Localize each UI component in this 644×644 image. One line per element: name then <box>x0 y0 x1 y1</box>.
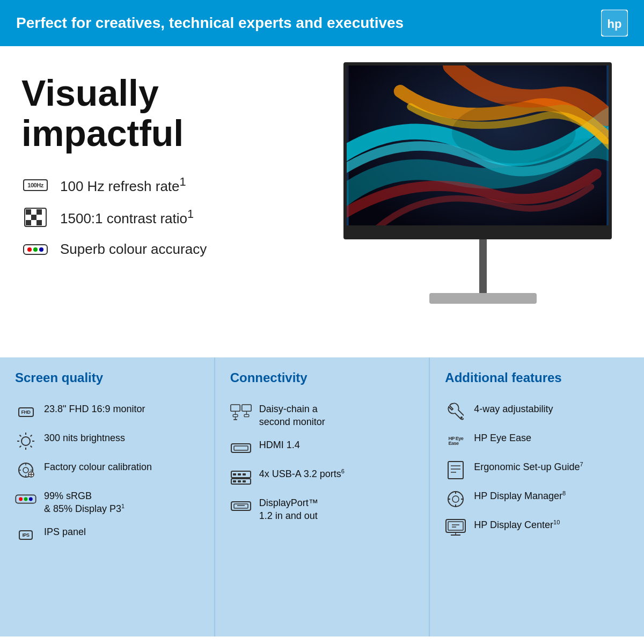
spec-fhd-text: 23.8" FHD 16:9 monitor <box>44 402 145 415</box>
spec-usb-text: 4x USB-A 3.2 ports6 <box>259 467 345 480</box>
brightness-icon <box>15 431 36 451</box>
svg-line-20 <box>31 446 32 448</box>
fhd-icon: FHD <box>15 402 36 422</box>
svg-line-21 <box>31 435 32 437</box>
svg-rect-8 <box>36 215 42 220</box>
display-mgr-icon <box>445 489 466 509</box>
svg-rect-11 <box>36 220 42 225</box>
svg-rect-36 <box>233 414 238 416</box>
spec-dp: DisplayPort™1.2 in and out <box>230 496 414 523</box>
svg-rect-49 <box>243 480 246 482</box>
spec-srgb-text: 99% sRGB& 85% Display P31 <box>44 489 125 516</box>
spec-dp-text: DisplayPort™1.2 in and out <box>259 496 318 523</box>
svg-rect-10 <box>31 220 36 225</box>
spec-srgb: 99% sRGB& 85% Display P31 <box>15 489 199 516</box>
monitor-screen <box>343 62 612 229</box>
monitor-image <box>343 62 623 304</box>
monitor-neck <box>479 239 487 293</box>
spec-brightness: 300 nits brightness <box>15 431 199 451</box>
spec-ips: IPS IPS panel <box>15 525 199 545</box>
header-tagline: Perfect for creatives, technical experts… <box>16 14 404 32</box>
svg-line-22 <box>20 446 21 448</box>
spec-guide: Ergonomic Set-up Guide7 <box>445 460 629 480</box>
header: Perfect for creatives, technical experts… <box>0 0 644 46</box>
svg-rect-47 <box>233 480 236 482</box>
bottom-grid: Screen quality FHD 23.8" FHD 16:9 monito… <box>0 357 644 636</box>
svg-rect-9 <box>26 220 31 225</box>
svg-rect-43 <box>233 473 236 475</box>
feature-contrast: 1500:1 contrast ratio1 <box>21 207 322 228</box>
spec-display-ctr: HP Display Center10 <box>445 518 629 538</box>
svg-rect-3 <box>26 209 31 215</box>
calibration-icon <box>15 460 36 480</box>
svg-rect-45 <box>243 473 246 475</box>
spec-daisy: Daisy-chain asecond monitor <box>230 402 414 429</box>
spec-hdmi: HDMI 1.4 <box>230 438 414 458</box>
hero-section: Visually impactful 100Hz 100 Hz refresh … <box>0 46 644 357</box>
screen-quality-col: Screen quality FHD 23.8" FHD 16:9 monito… <box>0 357 215 636</box>
svg-point-24 <box>23 467 28 473</box>
svg-point-59 <box>452 496 459 502</box>
spec-fhd: FHD 23.8" FHD 16:9 monitor <box>15 402 199 422</box>
hdmi-icon <box>230 438 252 458</box>
adjust-icon <box>445 402 466 422</box>
guide-icon <box>445 460 466 480</box>
hz-icon: 100Hz <box>21 175 49 195</box>
connectivity-col: Connectivity Daisy-chain asecond monitor <box>215 357 430 636</box>
svg-rect-5 <box>36 209 42 215</box>
additional-heading: Additional features <box>445 370 629 391</box>
spec-hdmi-text: HDMI 1.4 <box>259 438 300 451</box>
spec-eyeease: HP EyeEase HP Eye Ease <box>445 431 629 451</box>
spec-display-ctr-text: HP Display Center10 <box>474 518 560 531</box>
svg-point-13 <box>452 101 576 163</box>
svg-rect-44 <box>238 473 241 475</box>
svg-rect-51 <box>234 504 248 508</box>
spec-usb: 4x USB-A 3.2 ports6 <box>230 467 414 487</box>
spec-display-mgr-text: HP Display Manager8 <box>474 489 566 502</box>
svg-rect-4 <box>31 209 36 215</box>
svg-rect-39 <box>233 419 237 420</box>
svg-point-53 <box>460 416 463 419</box>
additional-features-col: Additional features 4-way adjustability … <box>430 357 644 636</box>
screen-quality-heading: Screen quality <box>15 370 199 391</box>
svg-text:hp: hp <box>608 17 622 31</box>
spec-adjustability: 4-way adjustability <box>445 402 629 422</box>
svg-rect-32 <box>231 405 240 411</box>
eyeease-icon: HP EyeEase <box>445 431 466 451</box>
svg-rect-37 <box>244 414 249 416</box>
svg-rect-48 <box>238 480 241 482</box>
spec-ips-text: IPS panel <box>44 525 86 538</box>
monitor-base <box>429 293 537 304</box>
svg-rect-7 <box>31 215 36 220</box>
spec-adjustability-text: 4-way adjustability <box>474 402 553 415</box>
feature-contrast-text: 1500:1 contrast ratio1 <box>60 207 194 227</box>
spec-display-mgr: HP Display Manager8 <box>445 489 629 509</box>
svg-rect-41 <box>234 446 248 450</box>
colour-icon <box>21 239 49 260</box>
spec-daisy-text: Daisy-chain asecond monitor <box>259 402 325 429</box>
feature-colour: Superb colour accuracy <box>21 239 322 260</box>
daisy-icon <box>230 402 252 422</box>
spec-brightness-text: 300 nits brightness <box>44 431 125 444</box>
ips-icon: IPS <box>15 525 36 545</box>
svg-rect-54 <box>448 462 463 479</box>
hero-title: Visually impactful <box>21 73 322 153</box>
contrast-icon <box>21 207 49 228</box>
monitor-bezel <box>343 229 612 239</box>
spec-calibration-text: Factory colour calibration <box>44 460 152 473</box>
hero-left: Visually impactful 100Hz 100 Hz refresh … <box>21 62 322 272</box>
svg-point-58 <box>448 492 463 507</box>
feature-colour-text: Superb colour accuracy <box>60 241 207 258</box>
hero-right <box>322 62 623 304</box>
hp-logo-icon: hp <box>601 10 628 36</box>
svg-rect-65 <box>448 522 463 530</box>
connectivity-heading: Connectivity <box>230 370 414 391</box>
feature-refresh: 100Hz 100 Hz refresh rate1 <box>21 175 322 195</box>
srgb-icon <box>15 489 36 509</box>
display-ctr-icon <box>445 518 466 538</box>
svg-point-14 <box>21 437 30 445</box>
svg-line-19 <box>20 435 21 437</box>
spec-eyeease-text: HP Eye Ease <box>474 431 531 444</box>
spec-calibration: Factory colour calibration <box>15 460 199 480</box>
svg-rect-33 <box>241 405 251 411</box>
